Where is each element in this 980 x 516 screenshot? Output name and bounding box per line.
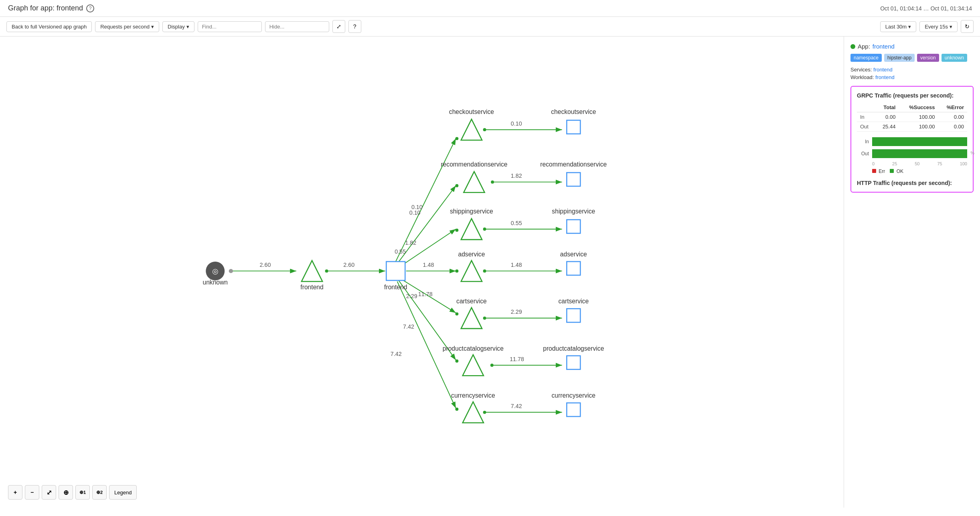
header: Graph for app: frontend ? Oct 01, 01:04:…: [0, 0, 980, 17]
node-label-rec-sq: recommendationservice: [540, 161, 607, 168]
svg-point-5: [483, 128, 486, 131]
bar-container-out: %: [872, 149, 967, 158]
legend-button[interactable]: Legend: [109, 485, 137, 500]
node-cart-sq[interactable]: [567, 309, 580, 322]
node-label-checkout-sq: checkoutservice: [551, 108, 596, 115]
tag-namespace-key[interactable]: namespace: [850, 54, 882, 62]
bar-fill-in: [872, 137, 967, 146]
node-ad-sq[interactable]: [567, 262, 580, 275]
layout2-button[interactable]: ⊕2: [92, 485, 107, 500]
error-in: 0.00: [938, 112, 968, 122]
node-label-ad-sq: adservice: [560, 251, 587, 258]
svg-point-12: [455, 312, 458, 315]
fullscreen-button[interactable]: ⤢: [332, 20, 345, 33]
svg-point-6: [455, 184, 458, 187]
health-indicator: [850, 44, 855, 49]
node-currency-tri[interactable]: [463, 402, 484, 423]
edge-label: 1.82: [405, 240, 416, 246]
node-cart-tri[interactable]: [461, 308, 482, 329]
graph-svg: 2.60 2.60 0.10 0.10 0.10 1.82: [0, 37, 844, 508]
node-checkout-tri[interactable]: [461, 119, 482, 140]
time-range-button[interactable]: Last 30m ▾: [880, 21, 916, 32]
zoom-in-button[interactable]: +: [8, 485, 22, 500]
node-checkout-sq[interactable]: [567, 120, 580, 134]
node-product-tri[interactable]: [463, 355, 484, 376]
edge-label: 7.42: [403, 323, 414, 330]
page-title: Graph for app: frontend: [8, 4, 83, 12]
help-icon[interactable]: ?: [86, 4, 94, 12]
chart-legend: Err OK: [872, 169, 967, 174]
svg-point-11: [483, 269, 486, 272]
chevron-down-icon: ▾: [151, 24, 154, 30]
panel-content: App: frontend namespace hipster-app vers…: [844, 37, 980, 199]
services-row: Services: frontend: [850, 67, 974, 73]
fit-graph-button[interactable]: ⤢: [42, 485, 56, 500]
node-currency-sq[interactable]: [567, 403, 580, 416]
node-label-unknown: unknown: [202, 279, 228, 286]
node-label-frontend-sq: frontend: [384, 284, 407, 291]
chart-axis: 0 25 50 75 100: [872, 161, 967, 166]
node-ad-tri[interactable]: [461, 260, 482, 281]
node-product-sq[interactable]: [567, 356, 580, 370]
display-button[interactable]: Display ▾: [162, 21, 194, 32]
app-link[interactable]: frontend: [873, 43, 895, 50]
legend-ok-label: OK: [897, 169, 903, 174]
main-layout: 2.60 2.60 0.10 0.10 0.10 1.82: [0, 37, 980, 508]
node-ship-sq[interactable]: [567, 220, 580, 234]
svg-point-13: [483, 317, 486, 320]
metric-selector-button[interactable]: Requests per second ▾: [95, 21, 159, 32]
legend-err-label: Err: [879, 169, 885, 174]
col-total: Total: [875, 103, 899, 112]
bar-label-out: Out: [857, 151, 869, 156]
tag-version-key[interactable]: version: [917, 54, 939, 62]
node-rec-sq[interactable]: [567, 173, 580, 186]
bottom-controls: + − ⤢ ⊕ ⊕1 ⊕2 Legend: [8, 485, 137, 500]
table-row: Out 25.44 100.00 0.00: [857, 122, 967, 132]
node-frontend-tri[interactable]: [302, 260, 322, 281]
edge-label: 0.55: [395, 248, 406, 255]
help-button[interactable]: ?: [348, 20, 361, 33]
bar-row-out: Out %: [857, 149, 967, 158]
node-frontend-sq[interactable]: [386, 262, 405, 280]
back-to-full-graph-button[interactable]: Back to full Versioned app graph: [6, 21, 92, 32]
svg-point-17: [483, 411, 486, 414]
http-title: HTTP Traffic (requests per second):: [857, 180, 967, 186]
traffic-table: Total %Success %Error In 0.00 100.00 0.0…: [857, 103, 967, 132]
services-link[interactable]: frontend: [873, 67, 893, 73]
hide-input[interactable]: [265, 21, 329, 32]
refresh-button[interactable]: ↻: [961, 20, 974, 33]
edge-label: 1.82: [511, 173, 522, 179]
node-label-cart-tri: cartservice: [456, 298, 487, 305]
edge-label: 2.60: [260, 262, 271, 268]
zoom-out-button[interactable]: −: [25, 485, 39, 500]
tag-version-value[interactable]: unknown: [942, 54, 967, 62]
total-in: 0.00: [875, 112, 899, 122]
interval-button[interactable]: Every 15s ▾: [919, 21, 958, 32]
col-error: %Error: [938, 103, 968, 112]
find-input[interactable]: [198, 21, 262, 32]
node-label-frontend-tri: frontend: [300, 284, 323, 291]
edge-label: 2.29: [511, 309, 522, 315]
traffic-panel: GRPC Traffic (requests per second): Tota…: [850, 86, 974, 193]
svg-point-8: [455, 229, 458, 232]
workload-label: Workload:: [850, 74, 874, 80]
bar-label-in: In: [857, 139, 869, 144]
edge-label: 11.78: [418, 291, 433, 297]
edge-label: 1.48: [511, 262, 522, 268]
graph-area[interactable]: 2.60 2.60 0.10 0.10 0.10 1.82: [0, 37, 844, 508]
svg-text:◎: ◎: [212, 267, 219, 275]
toolbar: Back to full Versioned app graph Request…: [0, 17, 980, 37]
tag-namespace-value[interactable]: hipster-app: [884, 54, 915, 62]
layout1-button[interactable]: ⊕1: [75, 485, 90, 500]
bar-row-in: In: [857, 137, 967, 146]
svg-point-9: [483, 228, 486, 231]
tags-container: namespace hipster-app version unknown: [850, 54, 974, 62]
workload-link[interactable]: frontend: [875, 74, 895, 80]
col-direction: [857, 103, 875, 112]
edge-label: 0.10: [409, 209, 421, 216]
success-in: 100.00: [899, 112, 938, 122]
node-rec-tri[interactable]: [464, 172, 484, 193]
datetime-range: Oct 01, 01:04:14 … Oct 01, 01:34:14: [880, 5, 972, 12]
layout-icon-button[interactable]: ⊕: [59, 485, 73, 500]
node-ship-tri[interactable]: [461, 219, 482, 240]
